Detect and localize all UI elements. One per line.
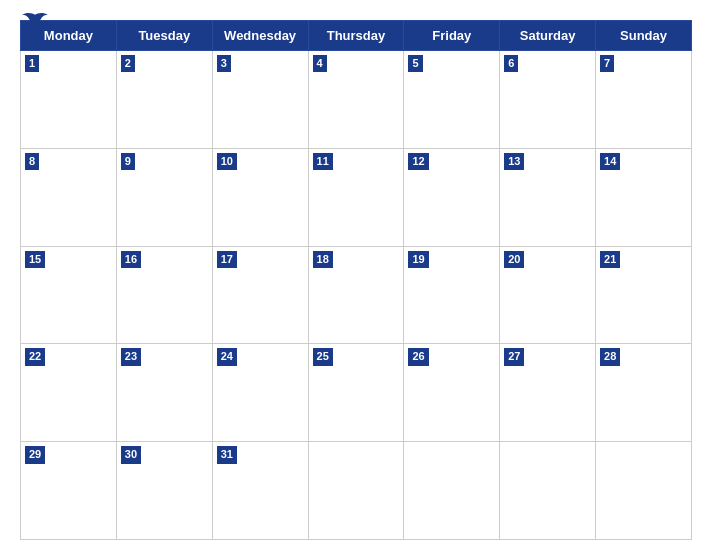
date-number-11: 11 xyxy=(313,153,333,170)
day-cell-10: 10 xyxy=(212,148,308,246)
day-cell-12: 12 xyxy=(404,148,500,246)
date-number-3: 3 xyxy=(217,55,231,72)
day-cell-8: 8 xyxy=(21,148,117,246)
weekday-header-wednesday: Wednesday xyxy=(212,21,308,51)
day-cell-3: 3 xyxy=(212,51,308,149)
date-number-22: 22 xyxy=(25,348,45,365)
week-row-3: 15161718192021 xyxy=(21,246,692,344)
day-cell-25: 25 xyxy=(308,344,404,442)
date-number-1: 1 xyxy=(25,55,39,72)
day-cell-20: 20 xyxy=(500,246,596,344)
date-number-25: 25 xyxy=(313,348,333,365)
logo-bird-icon xyxy=(20,12,50,32)
date-number-23: 23 xyxy=(121,348,141,365)
date-number-12: 12 xyxy=(408,153,428,170)
day-cell-15: 15 xyxy=(21,246,117,344)
calendar-header-row: MondayTuesdayWednesdayThursdayFridaySatu… xyxy=(21,21,692,51)
empty-cell xyxy=(308,442,404,540)
week-row-5: 293031 xyxy=(21,442,692,540)
day-cell-27: 27 xyxy=(500,344,596,442)
day-cell-29: 29 xyxy=(21,442,117,540)
day-cell-19: 19 xyxy=(404,246,500,344)
date-number-4: 4 xyxy=(313,55,327,72)
date-number-16: 16 xyxy=(121,251,141,268)
date-number-28: 28 xyxy=(600,348,620,365)
date-number-7: 7 xyxy=(600,55,614,72)
date-number-19: 19 xyxy=(408,251,428,268)
date-number-9: 9 xyxy=(121,153,135,170)
day-cell-6: 6 xyxy=(500,51,596,149)
date-number-6: 6 xyxy=(504,55,518,72)
day-cell-14: 14 xyxy=(596,148,692,246)
day-cell-24: 24 xyxy=(212,344,308,442)
weekday-header-tuesday: Tuesday xyxy=(116,21,212,51)
date-number-29: 29 xyxy=(25,446,45,463)
day-cell-2: 2 xyxy=(116,51,212,149)
day-cell-13: 13 xyxy=(500,148,596,246)
day-cell-5: 5 xyxy=(404,51,500,149)
day-cell-4: 4 xyxy=(308,51,404,149)
date-number-10: 10 xyxy=(217,153,237,170)
date-number-18: 18 xyxy=(313,251,333,268)
weekday-header-sunday: Sunday xyxy=(596,21,692,51)
date-number-27: 27 xyxy=(504,348,524,365)
week-row-4: 22232425262728 xyxy=(21,344,692,442)
date-number-30: 30 xyxy=(121,446,141,463)
week-row-1: 1234567 xyxy=(21,51,692,149)
day-cell-22: 22 xyxy=(21,344,117,442)
weekday-header-saturday: Saturday xyxy=(500,21,596,51)
day-cell-21: 21 xyxy=(596,246,692,344)
empty-cell xyxy=(404,442,500,540)
week-row-2: 891011121314 xyxy=(21,148,692,246)
day-cell-17: 17 xyxy=(212,246,308,344)
day-cell-30: 30 xyxy=(116,442,212,540)
date-number-31: 31 xyxy=(217,446,237,463)
date-number-21: 21 xyxy=(600,251,620,268)
day-cell-26: 26 xyxy=(404,344,500,442)
day-cell-18: 18 xyxy=(308,246,404,344)
date-number-24: 24 xyxy=(217,348,237,365)
day-cell-16: 16 xyxy=(116,246,212,344)
calendar-header xyxy=(20,10,692,14)
date-number-14: 14 xyxy=(600,153,620,170)
day-cell-7: 7 xyxy=(596,51,692,149)
date-number-2: 2 xyxy=(121,55,135,72)
calendar-table: MondayTuesdayWednesdayThursdayFridaySatu… xyxy=(20,20,692,540)
weekday-header-thursday: Thursday xyxy=(308,21,404,51)
date-number-17: 17 xyxy=(217,251,237,268)
date-number-8: 8 xyxy=(25,153,39,170)
date-number-5: 5 xyxy=(408,55,422,72)
empty-cell xyxy=(500,442,596,540)
date-number-26: 26 xyxy=(408,348,428,365)
day-cell-31: 31 xyxy=(212,442,308,540)
day-cell-1: 1 xyxy=(21,51,117,149)
date-number-13: 13 xyxy=(504,153,524,170)
date-number-20: 20 xyxy=(504,251,524,268)
empty-cell xyxy=(596,442,692,540)
day-cell-9: 9 xyxy=(116,148,212,246)
day-cell-23: 23 xyxy=(116,344,212,442)
day-cell-28: 28 xyxy=(596,344,692,442)
date-number-15: 15 xyxy=(25,251,45,268)
weekday-header-friday: Friday xyxy=(404,21,500,51)
day-cell-11: 11 xyxy=(308,148,404,246)
logo xyxy=(20,12,54,36)
calendar-body: 1234567891011121314151617181920212223242… xyxy=(21,51,692,540)
